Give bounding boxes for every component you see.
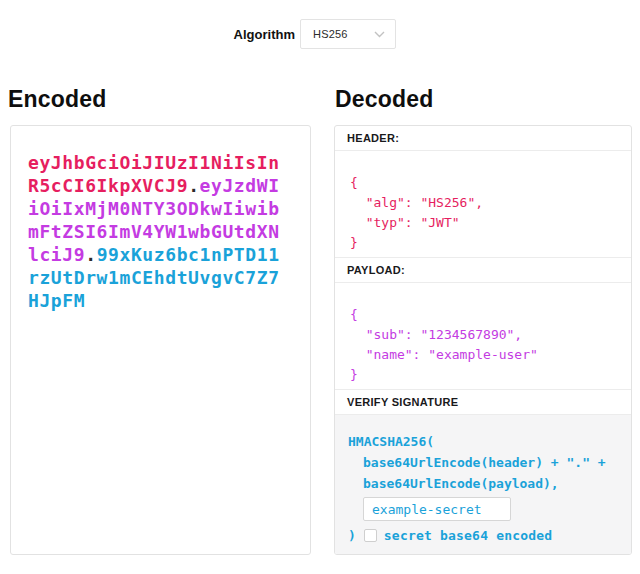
token-dot-separator: . [188, 175, 199, 196]
secret-base64-checkbox[interactable] [364, 529, 377, 542]
algorithm-label: Algorithm [234, 27, 295, 42]
decoded-panel: HEADER: { "alg": "HS256", "typ": "JWT"} … [334, 125, 632, 555]
token-dot-separator: . [85, 244, 96, 265]
header-json-editor[interactable]: { "alg": "HS256", "typ": "JWT"} [335, 151, 631, 258]
json-line: } [350, 233, 619, 253]
verify-signature-block: HMACSHA256( base64UrlEncode(header) + ".… [335, 415, 631, 554]
json-line: } [350, 365, 619, 385]
signature-code-line: base64UrlEncode(payload), [363, 473, 619, 494]
encoded-token-editor[interactable]: eyJhbGciOiJIUzI1NiIsInR5cCI6IkpXVCJ9.eyJ… [10, 125, 311, 555]
algorithm-selected-value: HS256 [313, 28, 348, 40]
secret-input[interactable] [363, 497, 511, 521]
encoded-title: Encoded [8, 86, 107, 113]
signature-code-line: HMACSHA256( [348, 431, 619, 452]
json-line: { [350, 305, 619, 325]
payload-json-editor[interactable]: { "sub": "1234567890", "name": "example-… [335, 283, 631, 390]
payload-section-label: PAYLOAD: [335, 258, 631, 283]
signature-close-paren: ) [348, 525, 356, 546]
algorithm-select[interactable]: HS256 [300, 19, 396, 49]
signature-code-line: base64UrlEncode(header) + "." + [363, 452, 619, 473]
decoded-title: Decoded [335, 86, 434, 113]
json-line: "sub": "1234567890", [350, 325, 619, 345]
json-line: "name": "example-user" [350, 345, 619, 365]
json-line: "alg": "HS256", [350, 193, 619, 213]
header-section-label: HEADER: [335, 126, 631, 151]
json-line: "typ": "JWT" [350, 213, 619, 233]
json-line: { [350, 173, 619, 193]
secret-base64-checkbox-label: secret base64 encoded [384, 525, 553, 546]
chevron-down-icon [374, 31, 385, 38]
verify-signature-section-label: VERIFY SIGNATURE [335, 390, 631, 415]
jwt-token[interactable]: eyJhbGciOiJIUzI1NiIsInR5cCI6IkpXVCJ9.eyJ… [28, 151, 284, 312]
